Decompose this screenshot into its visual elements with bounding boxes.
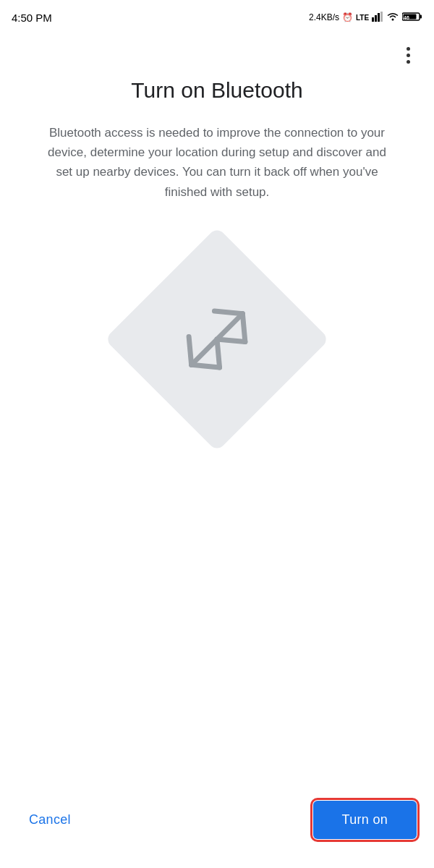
svg-line-12 [192, 352, 220, 380]
svg-line-15 [214, 298, 242, 326]
svg-text:LTE: LTE [356, 14, 369, 22]
svg-line-16 [176, 336, 204, 365]
lte-icon: LTE [356, 12, 369, 24]
more-vertical-icon [407, 47, 410, 64]
svg-rect-1 [372, 17, 374, 22]
page-description: Bluetooth access is needed to improve th… [43, 123, 391, 202]
svg-point-5 [392, 18, 394, 20]
bluetooth-diamond [104, 226, 329, 451]
cancel-button[interactable]: Cancel [17, 804, 82, 836]
network-speed: 2.4KB/s [309, 12, 339, 22]
page-title: Turn on Bluetooth [131, 78, 302, 103]
signal-icon [372, 12, 383, 24]
svg-line-13 [217, 326, 245, 354]
turn-on-button[interactable]: Turn on [313, 801, 417, 839]
battery-icon: 46 [402, 12, 422, 24]
more-menu-button[interactable] [393, 41, 422, 69]
svg-text:46: 46 [404, 14, 409, 20]
bluetooth-illustration [29, 260, 405, 419]
svg-rect-7 [420, 14, 422, 18]
wifi-icon [386, 12, 399, 24]
svg-rect-4 [380, 12, 383, 22]
bottom-buttons: Cancel Turn on [0, 783, 434, 868]
svg-line-11 [230, 313, 258, 341]
svg-rect-2 [375, 15, 377, 22]
svg-line-14 [204, 339, 232, 367]
svg-rect-3 [378, 13, 380, 22]
bluetooth-icon [161, 283, 273, 396]
status-time: 4:50 PM [12, 12, 52, 24]
main-content: Turn on Bluetooth Bluetooth access is ne… [0, 35, 434, 491]
status-bar: 4:50 PM 2.4KB/s ⏰ LTE [0, 0, 434, 35]
alarm-icon: ⏰ [342, 12, 353, 22]
status-right: 2.4KB/s ⏰ LTE [309, 12, 422, 24]
